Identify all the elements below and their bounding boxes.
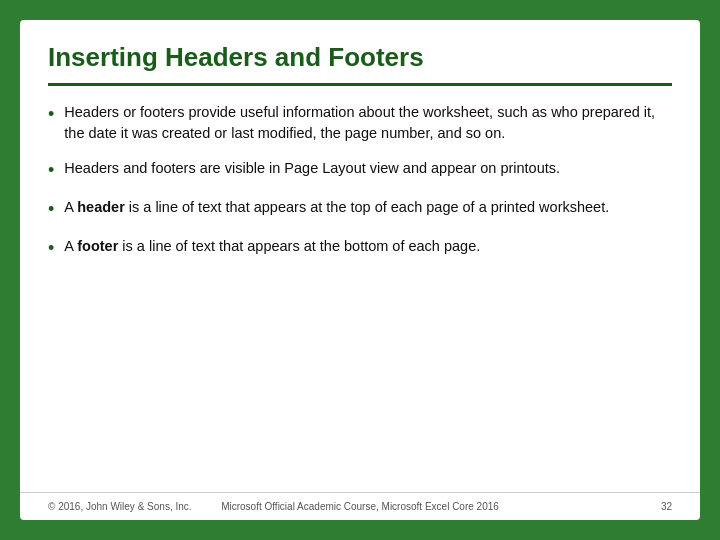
bold-term-footer: footer [77, 238, 118, 254]
footer-page-number: 32 [516, 501, 672, 512]
list-item: • A footer is a line of text that appear… [48, 236, 672, 261]
slide-header: Inserting Headers and Footers [20, 20, 700, 83]
bullet-icon: • [48, 157, 54, 183]
bullet-list: • Headers or footers provide useful info… [48, 102, 672, 261]
list-item: • Headers or footers provide useful info… [48, 102, 672, 144]
bullet-text: A footer is a line of text that appears … [64, 236, 672, 257]
bullet-icon: • [48, 235, 54, 261]
bullet-text: Headers and footers are visible in Page … [64, 158, 672, 179]
list-item: • A header is a line of text that appear… [48, 197, 672, 222]
list-item: • Headers and footers are visible in Pag… [48, 158, 672, 183]
bullet-text: Headers or footers provide useful inform… [64, 102, 672, 144]
slide-title: Inserting Headers and Footers [48, 42, 672, 73]
bullet-text: A header is a line of text that appears … [64, 197, 672, 218]
slide: Inserting Headers and Footers • Headers … [20, 20, 700, 520]
bold-term-header: header [77, 199, 125, 215]
bullet-icon: • [48, 196, 54, 222]
footer-copyright: © 2016, John Wiley & Sons, Inc. [48, 501, 204, 512]
bullet-icon: • [48, 101, 54, 127]
slide-content: • Headers or footers provide useful info… [20, 86, 700, 492]
footer-course: Microsoft Official Academic Course, Micr… [204, 501, 516, 512]
slide-footer: © 2016, John Wiley & Sons, Inc. Microsof… [20, 492, 700, 520]
